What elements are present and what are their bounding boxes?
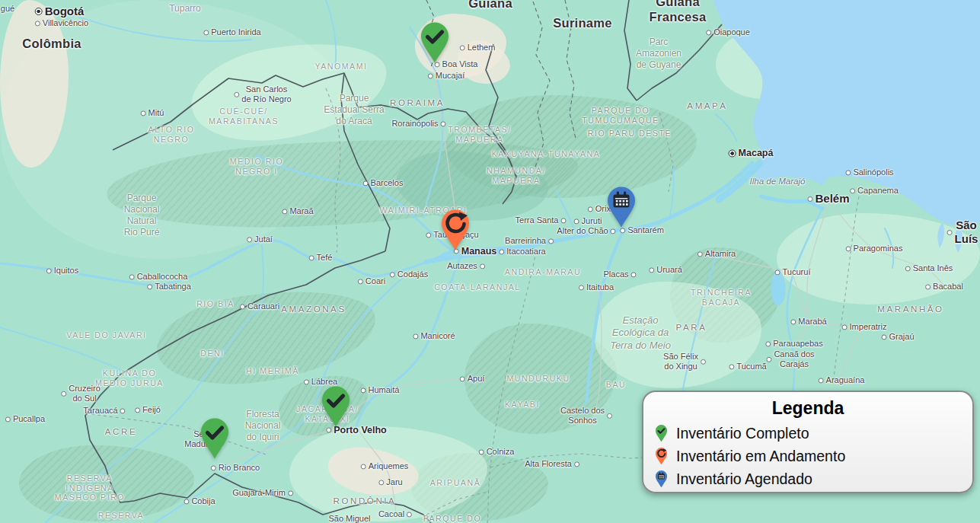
legend-title: Legenda — [654, 398, 962, 419]
complete-pin-icon — [654, 424, 669, 442]
map-canvas[interactable]: ColômbiaGuianaSurinameGuiana FrancesaBog… — [0, 0, 980, 523]
marker-complete-boa-vista[interactable] — [417, 21, 452, 67]
marker-complete-rio-branco[interactable] — [197, 416, 232, 463]
legend: Legenda Inventário Completo Inventário e… — [642, 391, 974, 493]
legend-item-in-progress: Inventário em Andamento — [654, 445, 962, 467]
in-progress-pin-icon — [654, 447, 669, 465]
legend-item-label: Inventário Completo — [676, 425, 809, 442]
scheduled-pin-icon — [654, 470, 669, 488]
marker-complete-porto-velho[interactable] — [318, 384, 353, 431]
marker-scheduled-santarem[interactable] — [604, 185, 639, 231]
legend-item-scheduled: Inventário Agendado — [654, 467, 962, 490]
legend-item-complete: Inventário Completo — [654, 422, 962, 445]
marker-in-progress-manaus[interactable] — [438, 208, 473, 254]
legend-item-label: Inventário em Andamento — [676, 448, 845, 465]
legend-item-label: Inventário Agendado — [676, 470, 812, 488]
